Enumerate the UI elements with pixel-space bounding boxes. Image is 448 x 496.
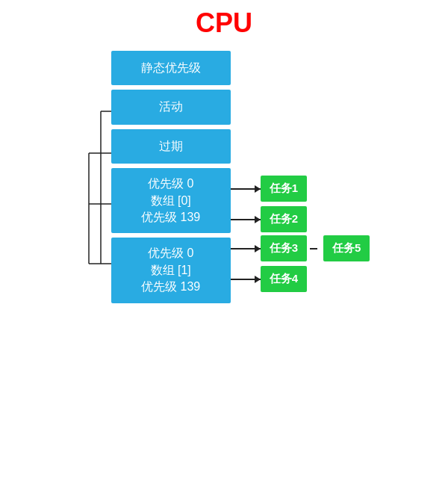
group0-line2: 数组 [0] [123, 193, 219, 209]
group0-box: 优先级 0 数组 [0] 优先级 139 [111, 168, 231, 233]
expired-box: 过期 [111, 129, 231, 164]
boxes-and-tasks: 静态优先级 活动 过期 优先级 0 数组 [0] 优先级 139 优先级 0 数… [111, 51, 370, 420]
arrow-to-task4 [231, 279, 261, 280]
arrow-to-task1 [231, 188, 261, 190]
cpu-boxes-column: 静态优先级 活动 过期 优先级 0 数组 [0] 优先级 139 优先级 0 数… [111, 51, 231, 303]
task5-box: 任务5 [323, 235, 370, 261]
task4-box: 任务4 [261, 266, 307, 292]
bracket-svg [78, 51, 111, 417]
task3-box: 任务3 [261, 235, 307, 261]
task2-row: 任务2 [231, 206, 370, 232]
task1-box: 任务1 [261, 176, 307, 202]
task2-box: 任务2 [261, 206, 307, 232]
task3-row: 任务3 任务5 [231, 235, 370, 261]
static-priority-label: 静态优先级 [141, 61, 201, 74]
group0-line1: 优先级 0 [123, 176, 219, 192]
active-label: 活动 [159, 100, 183, 113]
bracket-lines [78, 51, 111, 420]
group0-tasks: 任务1 任务2 [231, 176, 370, 232]
task3-label: 任务3 [270, 241, 298, 254]
expired-label: 过期 [159, 140, 183, 152]
tasks-area: 任务1 任务2 任务3 [231, 51, 370, 291]
task1-label: 任务1 [270, 182, 298, 194]
group1-line1: 优先级 0 [123, 245, 219, 261]
group1-tasks: 任务3 任务5 任务4 [231, 236, 370, 291]
page-title: CPU [196, 7, 252, 39]
arrow-to-task2 [231, 219, 261, 220]
group1-line3: 优先级 139 [123, 279, 219, 295]
task4-row: 任务4 [231, 266, 370, 292]
arrow-to-task3 [231, 248, 261, 249]
diagram: 静态优先级 活动 过期 优先级 0 数组 [0] 优先级 139 优先级 0 数… [78, 51, 370, 420]
task4-label: 任务4 [270, 272, 298, 285]
task5-label: 任务5 [332, 241, 361, 254]
task2-label: 任务2 [270, 212, 298, 225]
group0-line3: 优先级 139 [123, 209, 219, 226]
static-priority-box: 静态优先级 [111, 51, 231, 85]
task1-row: 任务1 [231, 176, 370, 202]
active-box: 活动 [111, 90, 231, 124]
group1-box: 优先级 0 数组 [1] 优先级 139 [111, 238, 231, 303]
group1-line2: 数组 [1] [123, 262, 219, 279]
